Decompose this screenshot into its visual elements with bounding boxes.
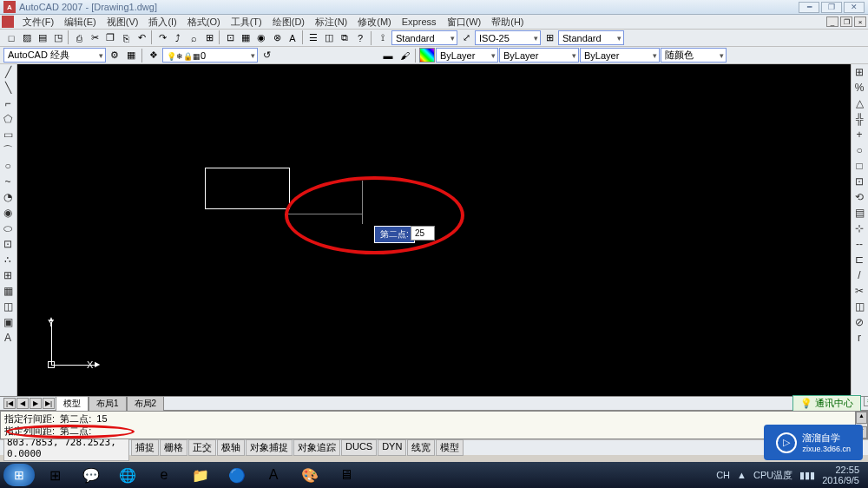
status-toggle-极轴[interactable]: 极轴 [217, 439, 245, 456]
toolbar1-btn-12[interactable]: ⊞ [201, 30, 217, 45]
clock-date[interactable]: 2016/9/5 [822, 475, 859, 485]
menu-9[interactable]: Express [397, 16, 442, 27]
modify-tool-12[interactable]: ⊏ [852, 252, 867, 267]
toolbar1-btn-8[interactable]: ↶ [134, 30, 149, 45]
toolbar1-btn-0[interactable]: □ [3, 30, 19, 45]
menu-7[interactable]: 标注(N) [310, 16, 352, 27]
tab-nav-0[interactable]: |◀ [3, 398, 16, 409]
draw-tool-4[interactable]: ▭ [0, 127, 16, 142]
taskbar-item-8[interactable]: 🖥 [330, 464, 363, 486]
toolbar1-btn-17[interactable]: A [285, 30, 300, 45]
plotstyle-combo[interactable]: 随颜色 [661, 48, 727, 63]
toolbar1-btn-11[interactable]: ⌕ [186, 30, 201, 45]
draw-tool-0[interactable]: ╱ [0, 64, 16, 80]
layer-combo[interactable]: 💡❄🔒▦ 0 [162, 48, 258, 63]
menu-11[interactable]: 帮助(H) [486, 16, 529, 27]
menu-2[interactable]: 视图(V) [102, 16, 144, 27]
modify-tool-0[interactable]: ⊞ [852, 64, 867, 80]
dynamic-input-field[interactable]: 25 [411, 226, 435, 241]
cpu-temp[interactable]: CPU温度 [753, 469, 792, 482]
modify-tool-7[interactable]: ⊡ [852, 174, 867, 189]
table-style-combo[interactable]: Standard [558, 30, 624, 45]
modify-tool-14[interactable]: ✂ [852, 283, 867, 299]
lineweight-combo[interactable]: ByLayer [580, 48, 660, 63]
taskbar-item-0[interactable]: ⊞ [38, 464, 71, 486]
menu-3[interactable]: 插入(I) [143, 16, 181, 27]
toolbar1-btn-21[interactable]: ? [352, 30, 368, 45]
maximize-button[interactable]: ❐ [821, 2, 842, 13]
modify-tool-10[interactable]: ⊹ [852, 221, 867, 236]
status-toggle-线宽[interactable]: 线宽 [407, 439, 435, 456]
toolbar1-btn-20[interactable]: ⧉ [337, 30, 352, 45]
communication-center[interactable]: 💡 通讯中心 × [792, 395, 861, 412]
dim-style-icon[interactable]: ⟟ [375, 30, 391, 45]
taskbar-item-2[interactable]: 🌐 [111, 464, 144, 486]
text-style-combo[interactable]: Standard [391, 30, 457, 45]
layout-tab-0[interactable]: 模型 [56, 396, 89, 412]
tab-nav-1[interactable]: ◀ [16, 398, 29, 409]
start-button[interactable]: ⊞ [3, 464, 35, 486]
dim-style-combo[interactable]: ISO-25 [475, 30, 541, 45]
modify-tool-2[interactable]: △ [852, 96, 867, 111]
table-style-icon[interactable]: ⊞ [542, 30, 557, 45]
layer-prev-icon[interactable]: ↺ [259, 48, 274, 63]
modify-tool-8[interactable]: ⟲ [852, 189, 867, 205]
modify-tool-17[interactable]: r [852, 330, 867, 346]
mdi-restore[interactable]: ❐ [840, 16, 852, 27]
toolbar1-btn-7[interactable]: ⎘ [118, 30, 134, 45]
toolbar1-btn-14[interactable]: ▦ [238, 30, 253, 45]
minimize-button[interactable]: ━ [799, 2, 819, 13]
command-window[interactable]: 指定行间距: 第二点: 15 指定列间距: 第二点: ▲ ▼ [0, 411, 868, 439]
draw-tool-16[interactable]: ▣ [0, 314, 16, 330]
draw-tool-2[interactable]: ⌐ [0, 96, 16, 111]
draw-tool-1[interactable]: ╲ [0, 80, 16, 96]
taskbar-item-6[interactable]: A [257, 464, 290, 486]
status-toggle-捕捉[interactable]: 捕捉 [131, 439, 159, 456]
toolbar1-btn-5[interactable]: ✂ [87, 30, 102, 45]
toolbar1-btn-3[interactable]: ◳ [50, 30, 66, 45]
toolbar1-btn-13[interactable]: ⊡ [222, 30, 238, 45]
menu-4[interactable]: 格式(O) [182, 16, 226, 27]
clock-time[interactable]: 22:55 [822, 465, 859, 475]
paint-icon[interactable]: 🖌 [397, 48, 412, 63]
menu-5[interactable]: 工具(T) [226, 16, 267, 27]
draw-tool-3[interactable]: ⬠ [0, 111, 16, 127]
linetype-icon[interactable]: ▬ [380, 48, 396, 63]
status-toggle-对象捕捉[interactable]: 对象捕捉 [246, 439, 293, 456]
modify-tool-5[interactable]: ○ [852, 142, 867, 158]
toolbar1-btn-9[interactable]: ↷ [155, 30, 170, 45]
status-toggle-DUCS[interactable]: DUCS [341, 439, 377, 456]
modify-tool-6[interactable]: □ [852, 158, 867, 174]
draw-tool-14[interactable]: ▦ [0, 283, 16, 299]
close-button[interactable]: ✕ [844, 2, 865, 13]
modify-tool-16[interactable]: ⊘ [852, 314, 867, 330]
toolbar1-btn-10[interactable]: ⤴ [170, 30, 186, 45]
toolbar1-btn-2[interactable]: ▤ [35, 30, 50, 45]
dim-icon[interactable]: ⤢ [458, 30, 474, 45]
status-toggle-栅格[interactable]: 栅格 [160, 439, 187, 456]
status-toggle-模型[interactable]: 模型 [436, 439, 464, 456]
drawing-canvas[interactable]: 第二点: 25 Y X [17, 64, 851, 396]
menu-1[interactable]: 编辑(E) [59, 16, 102, 27]
modify-tool-9[interactable]: ▤ [852, 205, 867, 221]
draw-tool-7[interactable]: ~ [0, 174, 16, 189]
taskbar-item-1[interactable]: 💬 [75, 464, 108, 486]
draw-tool-10[interactable]: ⬭ [0, 221, 16, 236]
menu-0[interactable]: 文件(F) [17, 16, 59, 27]
menu-6[interactable]: 绘图(D) [267, 16, 310, 27]
draw-tool-5[interactable]: ⌒ [0, 142, 16, 158]
tab-nav-2[interactable]: ▶ [30, 398, 42, 409]
taskbar-item-3[interactable]: e [148, 464, 181, 486]
status-toggle-正交[interactable]: 正交 [188, 439, 216, 456]
draw-tool-17[interactable]: A [0, 330, 16, 346]
draw-tool-6[interactable]: ○ [0, 158, 16, 174]
toolbar1-btn-15[interactable]: ◉ [253, 30, 269, 45]
tab-nav-3[interactable]: ▶| [43, 398, 55, 409]
ime-indicator[interactable]: CH [716, 470, 730, 480]
color-swatch[interactable] [419, 48, 435, 63]
mdi-minimize[interactable]: _ [826, 16, 838, 27]
draw-tool-12[interactable]: ∴ [0, 252, 16, 267]
modify-tool-1[interactable]: % [852, 80, 867, 96]
modify-tool-4[interactable]: + [852, 127, 867, 142]
menu-8[interactable]: 修改(M) [352, 16, 397, 27]
